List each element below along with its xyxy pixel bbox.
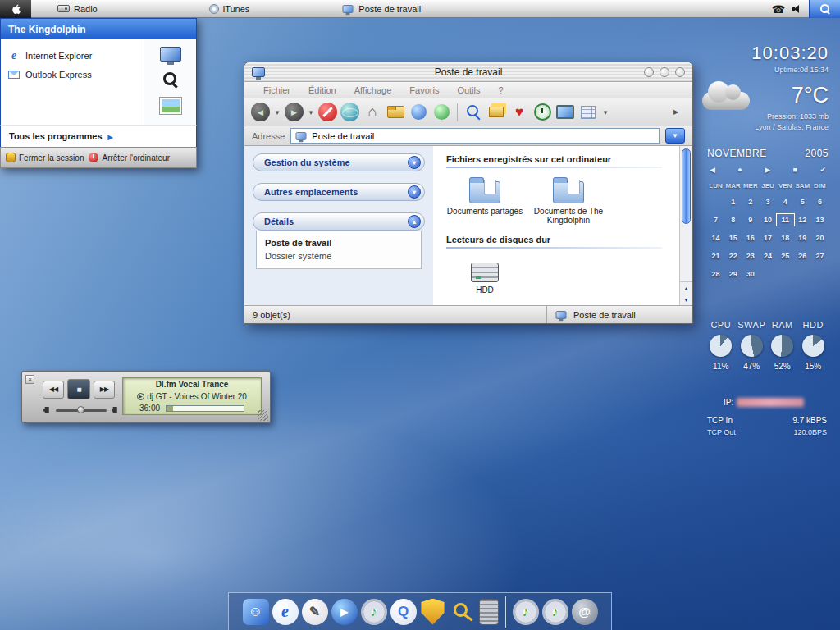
calendar-day[interactable]: 17 [759, 232, 776, 244]
back-dropdown[interactable] [273, 103, 281, 122]
scroll-down-button[interactable] [680, 294, 692, 305]
back-icon[interactable] [251, 103, 270, 121]
file-item[interactable]: Documents de The Kingdolphin [530, 177, 607, 225]
phone-icon[interactable] [772, 2, 785, 16]
paint-icon[interactable] [302, 599, 328, 625]
calendar-day[interactable]: 9 [742, 214, 759, 226]
calendar-day[interactable]: 21 [707, 250, 724, 262]
start-menu-item-outlook-express[interactable]: Outlook Express [1, 66, 144, 84]
section-autres-emplacements[interactable]: Autres emplacements [253, 183, 425, 201]
address-input[interactable]: Poste de travail [290, 128, 660, 144]
at-icon[interactable]: @ [572, 599, 598, 625]
scrollbar-thumb[interactable] [682, 148, 691, 224]
calendar-day[interactable]: 29 [724, 268, 742, 280]
download-sphere-icon[interactable] [431, 103, 451, 122]
rewind-button[interactable]: ◀◀ [43, 381, 64, 399]
music2-icon[interactable]: ♪ [542, 599, 568, 625]
search-icon2[interactable] [463, 103, 483, 122]
calendar-day[interactable]: 19 [794, 232, 811, 244]
calendar-day[interactable]: 14 [707, 232, 724, 244]
calendar-day[interactable]: 18 [777, 232, 794, 244]
chevron-up-icon[interactable] [408, 215, 421, 228]
calendar-day[interactable]: 8 [724, 214, 742, 226]
views-dropdown[interactable] [601, 103, 609, 122]
stop-button[interactable]: ■ [67, 379, 90, 399]
music-icon[interactable]: ♪ [513, 599, 539, 625]
shredder-icon[interactable] [479, 599, 499, 625]
calendar-day[interactable]: 5 [794, 196, 811, 208]
calendar-today-icon[interactable]: ● [737, 166, 742, 174]
menu-help[interactable]: ? [490, 85, 513, 95]
calendar-day[interactable]: 10 [759, 214, 776, 226]
window-zoom-button[interactable] [675, 67, 685, 77]
calendar-day[interactable]: 3 [759, 196, 776, 208]
calendar-day[interactable]: 25 [777, 250, 794, 262]
calendar-day[interactable]: 23 [742, 250, 759, 262]
overflow-arrow[interactable] [666, 103, 686, 122]
ie-icon[interactable]: e [272, 599, 299, 625]
menubar-item-itunes[interactable]: iTunes [203, 0, 257, 17]
calendar-ok-icon[interactable]: ✔ [819, 166, 826, 174]
forward-button[interactable]: ▶▶ [94, 381, 115, 399]
calendar-day[interactable]: 27 [811, 250, 829, 262]
calendar-day[interactable]: 28 [707, 268, 724, 280]
calendar-day[interactable]: 4 [777, 196, 794, 208]
calendar-day[interactable]: 15 [724, 232, 742, 244]
apple-menu-button[interactable] [0, 0, 31, 18]
menu-outils[interactable]: Outils [448, 85, 489, 95]
scrollbar[interactable] [679, 146, 692, 305]
stop-icon[interactable] [318, 103, 337, 121]
mediaplayer-icon[interactable]: ▶ [331, 599, 358, 625]
calendar-next-icon[interactable]: ▶ [765, 166, 770, 174]
volume-knob[interactable] [77, 406, 84, 413]
menu-fichier[interactable]: Fichier [254, 85, 299, 95]
forward-dropdown[interactable] [307, 103, 315, 122]
resize-grip[interactable] [258, 410, 268, 421]
calendar-day[interactable]: 6 [811, 196, 829, 208]
calendar-day[interactable]: 26 [794, 250, 811, 262]
file-item[interactable]: Documents partagés [446, 177, 523, 225]
calendar-day[interactable]: 22 [724, 250, 742, 262]
calendar-prev-icon[interactable]: ◀ [710, 166, 715, 174]
window-titlebar[interactable]: Poste de travail [244, 62, 692, 82]
calendar-day[interactable]: 13 [811, 214, 829, 226]
section-gestion-du-systeme[interactable]: Gestion du système [253, 153, 425, 171]
folders-icon[interactable] [486, 103, 506, 122]
monitor-icon[interactable] [555, 103, 575, 122]
all-programs-button[interactable]: Tous les programmes [0, 125, 197, 147]
calendar-day[interactable]: 7 [707, 214, 724, 226]
section-details[interactable]: Détails [253, 212, 425, 231]
itunes-icon[interactable]: ♪ [361, 599, 387, 625]
picture-icon[interactable] [160, 98, 181, 114]
menubar-item-radio[interactable]: Radio [51, 0, 104, 17]
views-icon[interactable] [578, 103, 598, 122]
window-minimize-button[interactable] [660, 67, 669, 77]
calendar-day[interactable]: 12 [794, 214, 811, 226]
shutdown-button[interactable]: Arrêter l'ordinateur [89, 153, 170, 162]
quicktime-icon[interactable]: Q [390, 599, 417, 625]
forward-icon[interactable] [285, 103, 304, 121]
menu-affichage[interactable]: Affichage [345, 85, 401, 95]
window-close-button[interactable] [644, 67, 654, 77]
magnifier-icon[interactable] [162, 71, 180, 89]
file-item[interactable]: HDD [446, 258, 523, 294]
calendar-day[interactable]: 16 [742, 232, 759, 244]
progress-bar[interactable] [166, 405, 244, 412]
web-globe-icon[interactable] [409, 103, 428, 122]
display-icon[interactable] [160, 47, 181, 62]
start-menu-item-internet-explorer[interactable]: Internet Explorer [1, 46, 144, 66]
calendar-day[interactable]: 2 [742, 196, 759, 208]
menubar-item-poste-de-travail[interactable]: Poste de travail [335, 0, 427, 17]
address-dropdown-button[interactable] [665, 128, 685, 144]
logoff-button[interactable]: Fermer la session [6, 153, 84, 162]
favorites-heart-icon[interactable] [509, 103, 529, 122]
calendar-day[interactable]: 1 [724, 196, 742, 208]
volume-slider[interactable] [56, 409, 107, 412]
keys-icon[interactable] [450, 599, 476, 625]
calendar-day[interactable]: 24 [759, 250, 776, 262]
speaker-icon[interactable] [792, 5, 801, 13]
desktop-folder-icon[interactable] [386, 103, 405, 122]
calendar-day[interactable]: 11 [777, 214, 794, 226]
refresh-globe-icon[interactable] [340, 103, 359, 121]
calendar-stop-icon[interactable]: ■ [793, 166, 797, 174]
